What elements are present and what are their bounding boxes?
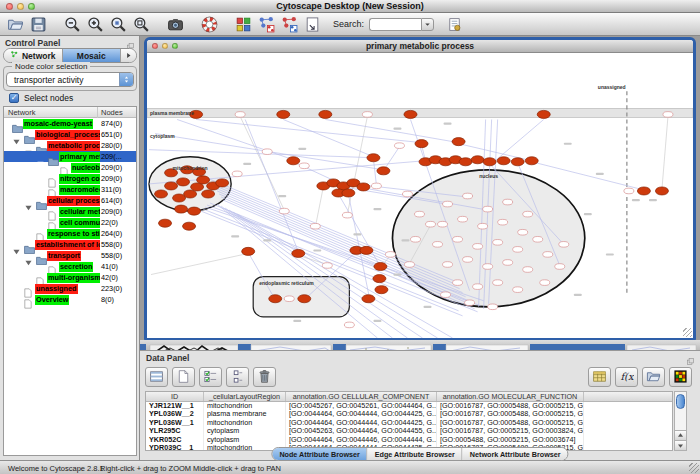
graph-node-outline[interactable]: [414, 211, 424, 217]
graph-node-outline[interactable]: [433, 242, 443, 248]
network-tree-row[interactable]: cellular process614(0): [4, 195, 136, 206]
graph-node-outline[interactable]: [443, 262, 453, 268]
graph-node[interactable]: [362, 295, 375, 303]
graph-node-outline[interactable]: [362, 112, 372, 118]
tab-overflow-button[interactable]: [121, 49, 136, 62]
graph-node[interactable]: [342, 189, 355, 197]
graph-node-outline[interactable]: [543, 252, 553, 258]
graph-node-outline[interactable]: [402, 191, 412, 197]
network-tree-row[interactable]: cell communicat22(0): [4, 217, 136, 228]
function-builder-button[interactable]: f(x): [615, 367, 638, 387]
graph-node[interactable]: [216, 179, 229, 187]
graph-node-outline[interactable]: [523, 211, 533, 217]
tab-mosaic[interactable]: Mosaic: [63, 49, 122, 62]
network-tree-row[interactable]: nitrogen compo209(0): [4, 173, 136, 184]
graph-node[interactable]: [377, 167, 390, 175]
graph-node-outline[interactable]: [438, 221, 448, 227]
graph-node-outline[interactable]: [441, 292, 451, 298]
graph-node-outline[interactable]: [284, 296, 294, 302]
select-nodes-checkbox[interactable]: ✓: [9, 93, 19, 103]
graph-node-outline[interactable]: [385, 252, 395, 258]
tab-network-attribute-browser[interactable]: Network Attribute Browser: [463, 448, 568, 460]
graph-node-outline[interactable]: [458, 216, 468, 222]
graph-node-outline[interactable]: [503, 199, 513, 205]
network-tree-row[interactable]: unassigned223(0): [4, 283, 136, 294]
graph-node[interactable]: [298, 295, 311, 303]
graph-node-outline[interactable]: [443, 201, 453, 207]
open-file-button[interactable]: [5, 14, 26, 35]
graph-node-outline[interactable]: [410, 236, 420, 242]
graph-node-outline[interactable]: [404, 262, 414, 268]
graph-node[interactable]: [360, 246, 373, 254]
graph-node-outline[interactable]: [371, 183, 381, 189]
graph-node[interactable]: [367, 154, 380, 162]
table-column-header[interactable]: ID: [146, 392, 204, 401]
table-row[interactable]: YKR052Ccytoplasm[GO:0044464, GO:0044446,…: [146, 436, 672, 444]
graph-node[interactable]: [375, 286, 388, 294]
graph-node[interactable]: [357, 183, 370, 191]
graph-node[interactable]: [155, 190, 168, 198]
graph-node[interactable]: [197, 176, 210, 184]
graph-node-outline[interactable]: [493, 240, 503, 246]
save-session-button[interactable]: [28, 14, 49, 35]
select-attributes-button[interactable]: [199, 367, 222, 387]
scroll-down-button[interactable]: [675, 440, 686, 450]
tab-network[interactable]: Network: [4, 49, 63, 62]
graph-node-outline[interactable]: [473, 284, 483, 290]
network-tree-row[interactable]: biological_process651(0): [4, 129, 136, 140]
network-tree-row[interactable]: multi-organism pro42(0): [4, 272, 136, 283]
graph-node-outline[interactable]: [493, 280, 503, 286]
graph-node-outline[interactable]: [478, 223, 488, 229]
network-tree-row[interactable]: response to stimulu264(0): [4, 228, 136, 239]
graph-node[interactable]: [415, 140, 428, 148]
tree-column-network[interactable]: Network: [8, 108, 36, 117]
graph-node[interactable]: [177, 178, 190, 186]
network-tree-row[interactable]: macromolecule311(0): [4, 184, 136, 195]
graph-node-outline[interactable]: [523, 267, 533, 273]
graph-node-outline[interactable]: [513, 287, 523, 293]
graph-node-outline[interactable]: [322, 263, 332, 269]
graph-node[interactable]: [287, 157, 300, 165]
graph-node[interactable]: [319, 110, 332, 118]
tab-edge-attribute-browser[interactable]: Edge Attribute Browser: [368, 448, 463, 460]
graph-node[interactable]: [242, 247, 255, 255]
network-tree-row[interactable]: metabolic process280(0): [4, 140, 136, 151]
graph-node[interactable]: [188, 207, 201, 215]
zoom-selected-button[interactable]: [108, 14, 129, 35]
tab-node-attribute-browser[interactable]: Node Attribute Browser: [272, 448, 367, 460]
graph-node[interactable]: [175, 205, 188, 213]
graph-node-outline[interactable]: [394, 143, 404, 149]
graph-node-outline[interactable]: [488, 304, 498, 310]
graph-node[interactable]: [471, 156, 484, 164]
graph-node-outline[interactable]: [426, 221, 436, 227]
tree-column-nodes[interactable]: Nodes: [101, 108, 123, 117]
table-row[interactable]: YPL036W__2plasma membrane[GO:0044464, GO…: [146, 410, 672, 418]
graph-node-outline[interactable]: [344, 322, 354, 328]
graph-node-outline[interactable]: [503, 260, 513, 266]
view-resize-grip[interactable]: [683, 328, 692, 337]
graph-node[interactable]: [277, 110, 290, 118]
graph-node-outline[interactable]: [465, 300, 475, 306]
graph-node-outline[interactable]: [310, 223, 320, 229]
graph-node[interactable]: [184, 190, 197, 198]
network-tree-row[interactable]: nucleobase-209(0): [4, 162, 136, 173]
network-tree-row[interactable]: mosaic-demo-yeast874(0): [4, 118, 136, 129]
search-dropdown-button[interactable]: [421, 18, 434, 31]
graph-node[interactable]: [183, 222, 196, 230]
vizmapper-button[interactable]: [233, 14, 254, 35]
network-tree-row[interactable]: primary metabo209(...: [4, 151, 136, 162]
network-tree-row[interactable]: Overview8(0): [4, 294, 136, 305]
graph-node[interactable]: [459, 158, 472, 166]
table-row[interactable]: YJR121W__1mitochondrion[GO:0045267, GO:0…: [146, 402, 672, 410]
graph-node[interactable]: [497, 157, 510, 165]
graph-node-outline[interactable]: [624, 188, 634, 194]
graph-node-outline[interactable]: [342, 212, 352, 218]
graph-node-outline[interactable]: [279, 208, 289, 214]
graph-node-outline[interactable]: [518, 229, 528, 235]
graph-node-outline[interactable]: [663, 112, 673, 118]
graph-node-outline[interactable]: [555, 264, 565, 270]
table-scrollbar[interactable]: [674, 391, 687, 451]
attribute-list-button[interactable]: [226, 367, 249, 387]
network-tree-row[interactable]: secretion41(0): [4, 261, 136, 272]
zoom-in-button[interactable]: [85, 14, 106, 35]
